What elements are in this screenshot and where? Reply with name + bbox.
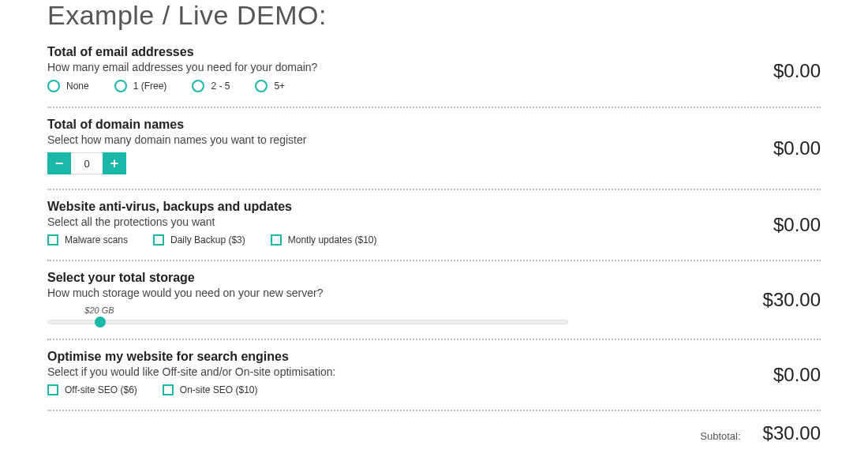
stepper-value[interactable]: 0: [71, 152, 103, 174]
check-malware-scans[interactable]: Malware scans: [47, 234, 128, 245]
slider-track: [47, 320, 568, 324]
stepper-plus-button[interactable]: +: [103, 152, 126, 174]
subtotal-label: Subtotal:: [700, 430, 740, 442]
radio-icon: [114, 80, 127, 92]
domains-stepper: − 0 +: [47, 152, 821, 174]
storage-slider[interactable]: $20 GB: [47, 305, 568, 324]
checkbox-icon: [47, 234, 58, 245]
protection-title: Website anti-virus, backups and updates: [47, 200, 821, 214]
emails-options: None 1 (Free) 2 - 5 5+: [47, 80, 821, 92]
seo-desc: Select if you would like Off-site and/or…: [47, 365, 821, 378]
check-label: On-site SEO ($10): [180, 384, 258, 395]
radio-label: 5+: [274, 81, 285, 92]
domains-desc: Select how many domain names you want to…: [47, 133, 821, 146]
stepper-minus-button[interactable]: −: [47, 152, 71, 174]
checkbox-icon: [163, 384, 174, 395]
radio-icon: [255, 80, 268, 92]
subtotal-row: Subtotal: $30.00: [47, 411, 821, 444]
emails-title: Total of email addresses: [47, 45, 821, 59]
domains-title: Total of domain names: [47, 118, 821, 132]
check-label: Malware scans: [65, 234, 128, 245]
emails-price: $0.00: [773, 60, 821, 82]
storage-desc: How much storage would you need on your …: [47, 287, 821, 299]
protection-options: Malware scans Daily Backup ($3) Montly u…: [47, 234, 821, 245]
emails-desc: How many email addresses you need for yo…: [47, 61, 821, 73]
radio-2-5[interactable]: 2 - 5: [192, 80, 230, 92]
radio-label: 2 - 5: [211, 81, 230, 92]
check-offsite-seo[interactable]: Off-site SEO ($6): [47, 384, 137, 395]
storage-title: Select your total storage: [47, 271, 821, 285]
check-label: Daily Backup ($3): [170, 234, 245, 245]
page-title: Example / Live DEMO:: [47, 0, 821, 31]
protection-price: $0.00: [773, 214, 821, 236]
radio-icon: [192, 80, 204, 92]
radio-label: None: [66, 81, 89, 92]
check-onsite-seo[interactable]: On-site SEO ($10): [163, 384, 258, 395]
radio-5-plus[interactable]: 5+: [255, 80, 285, 92]
domains-price: $0.00: [773, 137, 821, 159]
plus-icon: +: [110, 156, 119, 170]
slider-thumb[interactable]: [95, 317, 106, 328]
checkbox-icon: [153, 234, 164, 245]
seo-options: Off-site SEO ($6) On-site SEO ($10): [47, 384, 821, 395]
section-protection: Website anti-virus, backups and updates …: [47, 190, 821, 260]
section-emails: Total of email addresses How many email …: [47, 36, 821, 107]
check-daily-backup[interactable]: Daily Backup ($3): [153, 234, 245, 245]
subtotal-value: $30.00: [763, 422, 821, 444]
slider-value-label: $20 GB: [84, 305, 114, 315]
checkbox-icon: [47, 384, 58, 395]
storage-price: $30.00: [763, 289, 821, 311]
check-label: Montly updates ($10): [288, 234, 377, 245]
protection-desc: Select all the protections you want: [47, 215, 821, 228]
seo-price: $0.00: [773, 364, 821, 386]
section-seo: Optimise my website for search engines S…: [47, 340, 821, 410]
check-label: Off-site SEO ($6): [65, 384, 137, 395]
section-storage: Select your total storage How much stora…: [47, 261, 821, 339]
radio-1-free[interactable]: 1 (Free): [114, 80, 167, 92]
radio-icon: [47, 80, 60, 92]
seo-title: Optimise my website for search engines: [47, 350, 821, 364]
check-monthly-updates[interactable]: Montly updates ($10): [271, 234, 377, 245]
radio-label: 1 (Free): [133, 81, 167, 92]
section-domains: Total of domain names Select how many do…: [47, 108, 821, 189]
checkbox-icon: [271, 234, 282, 245]
minus-icon: −: [55, 156, 64, 170]
radio-none[interactable]: None: [47, 80, 89, 92]
